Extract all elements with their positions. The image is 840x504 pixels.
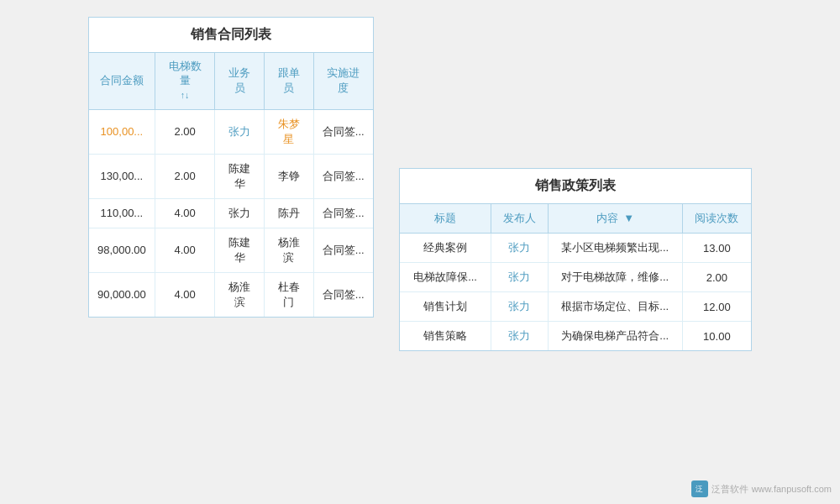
left-table-title: 销售合同列表 bbox=[89, 18, 373, 53]
cell-reads: 13.00 bbox=[682, 234, 751, 263]
cell-publisher[interactable]: 张力 bbox=[491, 234, 549, 263]
cell-salesperson: 陈建华 bbox=[215, 228, 265, 272]
cell-reads: 10.00 bbox=[682, 322, 751, 351]
cell-count: 2.00 bbox=[155, 154, 215, 198]
cell-progress: 合同签... bbox=[313, 228, 373, 272]
cell-follower: 杨淮滨 bbox=[264, 228, 313, 272]
col-progress: 实施进度 bbox=[313, 53, 373, 109]
right-table-body: 经典案例 张力 某小区电梯频繁出现... 13.00 电梯故障保... 张力 对… bbox=[400, 234, 751, 351]
col-reads: 阅读次数 bbox=[682, 204, 751, 234]
table-row: 98,000.00 4.00 陈建华 杨淮滨 合同签... bbox=[89, 228, 373, 272]
cell-publisher[interactable]: 张力 bbox=[491, 322, 549, 351]
cell-follower[interactable]: 朱梦星 bbox=[264, 109, 313, 154]
cell-progress: 合同签... bbox=[313, 198, 373, 228]
cell-policy-title: 经典案例 bbox=[400, 234, 491, 263]
col-content[interactable]: 内容 ▼ bbox=[548, 204, 682, 234]
cell-salesperson: 杨淮滨 bbox=[215, 272, 265, 317]
cell-reads: 12.00 bbox=[682, 292, 751, 322]
sales-contract-table: 合同金额 电梯数量↑↓ 业务员 跟单员 实施进度 100,00... 2.00 … bbox=[89, 53, 373, 317]
cell-progress: 合同签... bbox=[313, 154, 373, 198]
cell-content: 某小区电梯频繁出现... bbox=[548, 234, 682, 263]
col-amount: 合同金额 bbox=[89, 53, 155, 109]
cell-content: 对于电梯故障，维修... bbox=[548, 263, 682, 292]
col-publisher: 发布人 bbox=[491, 204, 549, 234]
cell-reads: 2.00 bbox=[682, 263, 751, 292]
right-table-container: 销售政策列表 标题 发布人 内容 ▼ 阅读次数 经典案例 张力 某小区电梯频繁出… bbox=[399, 168, 752, 351]
cell-amount: 98,000.00 bbox=[89, 228, 155, 272]
cell-salesperson[interactable]: 张力 bbox=[215, 109, 265, 154]
table-row: 110,00... 4.00 张力 陈丹 合同签... bbox=[89, 198, 373, 228]
cell-policy-title: 销售策略 bbox=[400, 322, 491, 351]
cell-progress: 合同签... bbox=[313, 272, 373, 317]
cell-content: 根据市场定位、目标... bbox=[548, 292, 682, 322]
cell-count: 4.00 bbox=[155, 228, 215, 272]
watermark: 泛 泛普软件 www.fanpusoft.com bbox=[691, 480, 832, 497]
col-count[interactable]: 电梯数量↑↓ bbox=[155, 53, 215, 109]
cell-policy-title: 电梯故障保... bbox=[400, 263, 491, 292]
table-row: 经典案例 张力 某小区电梯频繁出现... 13.00 bbox=[400, 234, 751, 263]
cell-progress: 合同签... bbox=[313, 109, 373, 154]
watermark-logo: 泛 bbox=[691, 480, 708, 497]
cell-count: 4.00 bbox=[155, 272, 215, 317]
watermark-url: www.fanpusoft.com bbox=[752, 484, 832, 494]
cell-follower: 李铮 bbox=[264, 154, 313, 198]
table-row: 130,00... 2.00 陈建华 李铮 合同签... bbox=[89, 154, 373, 198]
col-salesperson: 业务员 bbox=[215, 53, 265, 109]
left-table-header-row: 合同金额 电梯数量↑↓ 业务员 跟单员 实施进度 bbox=[89, 53, 373, 109]
right-table-header-row: 标题 发布人 内容 ▼ 阅读次数 bbox=[400, 204, 751, 234]
right-table-title: 销售政策列表 bbox=[400, 169, 751, 204]
cell-policy-title: 销售计划 bbox=[400, 292, 491, 322]
table-row: 90,000.00 4.00 杨淮滨 杜春门 合同签... bbox=[89, 272, 373, 317]
cell-publisher[interactable]: 张力 bbox=[491, 292, 549, 322]
col-follower: 跟单员 bbox=[264, 53, 313, 109]
sales-policy-table: 标题 发布人 内容 ▼ 阅读次数 经典案例 张力 某小区电梯频繁出现... 13… bbox=[400, 204, 751, 350]
left-table-container: 销售合同列表 合同金额 电梯数量↑↓ 业务员 跟单员 实施进度 100,00..… bbox=[88, 17, 374, 318]
cell-salesperson: 张力 bbox=[215, 198, 265, 228]
cell-amount[interactable]: 100,00... bbox=[89, 109, 155, 154]
cell-salesperson: 陈建华 bbox=[215, 154, 265, 198]
cell-amount: 90,000.00 bbox=[89, 272, 155, 317]
cell-count: 4.00 bbox=[155, 198, 215, 228]
content-label: 内容 bbox=[596, 212, 618, 224]
cell-follower: 杜春门 bbox=[264, 272, 313, 317]
table-row: 100,00... 2.00 张力 朱梦星 合同签... bbox=[89, 109, 373, 154]
cell-publisher[interactable]: 张力 bbox=[491, 263, 549, 292]
left-table-body: 100,00... 2.00 张力 朱梦星 合同签... 130,00... 2… bbox=[89, 109, 373, 317]
table-row: 电梯故障保... 张力 对于电梯故障，维修... 2.00 bbox=[400, 263, 751, 292]
cell-count: 2.00 bbox=[155, 109, 215, 154]
sort-icon[interactable]: ▼ bbox=[623, 212, 634, 224]
table-row: 销售计划 张力 根据市场定位、目标... 12.00 bbox=[400, 292, 751, 322]
cell-amount: 130,00... bbox=[89, 154, 155, 198]
col-policy-title: 标题 bbox=[400, 204, 491, 234]
cell-follower: 陈丹 bbox=[264, 198, 313, 228]
cell-amount: 110,00... bbox=[89, 198, 155, 228]
cell-content: 为确保电梯产品符合... bbox=[548, 322, 682, 351]
watermark-text: 泛普软件 bbox=[711, 483, 748, 496]
table-row: 销售策略 张力 为确保电梯产品符合... 10.00 bbox=[400, 322, 751, 351]
